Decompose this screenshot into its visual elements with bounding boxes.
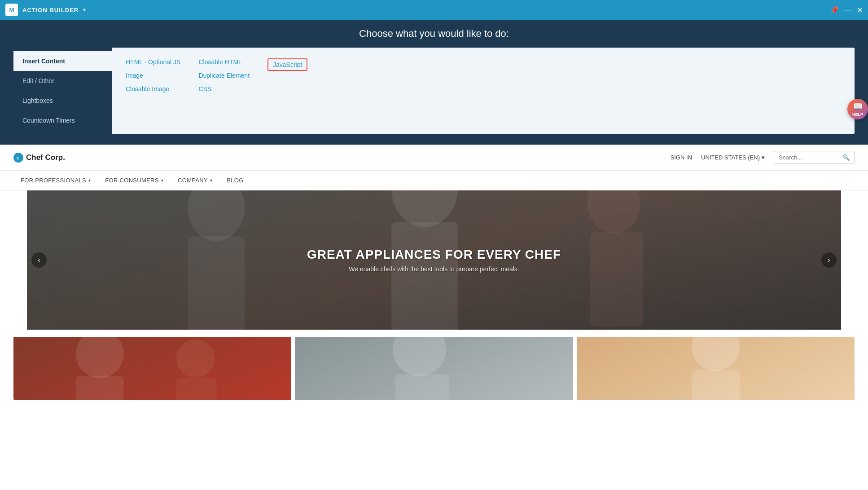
- nav-company[interactable]: COMPANY ▾: [171, 171, 219, 190]
- panel-sidebar: Insert Content Edit / Other Lightboxes C…: [13, 48, 112, 134]
- sidebar-item-edit-other[interactable]: Edit / Other: [13, 71, 112, 91]
- nav-blog[interactable]: BLOG: [219, 171, 250, 190]
- next-arrow-icon: ›: [828, 256, 830, 264]
- search-box[interactable]: 🔍: [774, 151, 855, 164]
- html-optional-js-link[interactable]: HTML - Optional JS: [126, 58, 180, 66]
- hero-title: GREAT APPLIANCES FOR EVERY CHEF: [307, 247, 561, 262]
- sign-in-link[interactable]: SIGN IN: [671, 154, 692, 161]
- help-button[interactable]: 📖 HELP: [847, 99, 868, 119]
- nav-for-consumers-label: FOR CONSUMERS: [105, 177, 158, 184]
- locale-text: UNITED STATES (EN): [701, 154, 760, 161]
- javascript-link[interactable]: JavaScript: [267, 58, 307, 71]
- close-icon[interactable]: ✕: [857, 6, 863, 14]
- top-bar: M ACTION BUILDER ▾ 📌 — ✕: [0, 0, 868, 20]
- panel-main: HTML - Optional JS Image Closable Image …: [112, 48, 855, 134]
- duplicate-element-link[interactable]: Duplicate Element: [198, 72, 250, 79]
- sidebar-item-lightboxes[interactable]: Lightboxes: [13, 91, 112, 110]
- website-preview: C Chef Corp. SIGN IN UNITED STATES (EN) …: [0, 145, 868, 407]
- panel-column-2: Closable HTML Duplicate Element CSS: [198, 58, 250, 123]
- pin-icon[interactable]: 📌: [830, 6, 839, 14]
- topbar-controls: 📌 — ✕: [830, 6, 863, 14]
- site-nav: FOR PROFESSIONALS ▾ FOR CONSUMERS ▾ COMP…: [0, 171, 868, 190]
- svg-rect-14: [176, 378, 217, 400]
- nav-for-professionals-chevron-icon: ▾: [88, 178, 91, 183]
- nav-for-professionals[interactable]: FOR PROFESSIONALS ▾: [13, 171, 98, 190]
- locale-selector[interactable]: UNITED STATES (EN) ▾: [701, 154, 765, 161]
- hero-subtitle: We enable chefs with the best tools to p…: [307, 265, 561, 273]
- app-logo: M: [5, 4, 18, 16]
- card-3[interactable]: [577, 337, 855, 400]
- logo-icon: C: [13, 153, 23, 163]
- panel-column-3: JavaScript: [267, 58, 307, 123]
- svg-rect-17: [396, 374, 450, 400]
- hero-wrapper: GREAT APPLIANCES FOR EVERY CHEF We enabl…: [0, 190, 868, 330]
- site-logo: C Chef Corp.: [13, 153, 65, 163]
- css-link[interactable]: CSS: [198, 85, 250, 93]
- prev-arrow-icon: ‹: [38, 256, 40, 264]
- hero-prev-button[interactable]: ‹: [31, 252, 47, 268]
- hero-next-button[interactable]: ›: [821, 252, 837, 268]
- svg-text:C: C: [17, 156, 20, 160]
- nav-company-chevron-icon: ▾: [210, 178, 212, 183]
- hero-section: GREAT APPLIANCES FOR EVERY CHEF We enabl…: [27, 190, 841, 330]
- svg-rect-12: [76, 376, 124, 400]
- closable-html-link[interactable]: Closable HTML: [198, 58, 250, 66]
- svg-rect-20: [692, 370, 740, 400]
- topbar-chevron-icon[interactable]: ▾: [83, 7, 86, 13]
- nav-company-label: COMPANY: [178, 177, 208, 184]
- app-title: ACTION BUILDER: [22, 7, 79, 13]
- sidebar-item-countdown-timers[interactable]: Countdown Timers: [13, 110, 112, 130]
- search-icon: 🔍: [842, 154, 850, 161]
- nav-for-professionals-label: FOR PROFESSIONALS: [21, 177, 86, 184]
- svg-point-13: [176, 340, 215, 378]
- help-label: HELP: [852, 112, 863, 117]
- nav-blog-label: BLOG: [227, 177, 243, 184]
- panel-content: Insert Content Edit / Other Lightboxes C…: [13, 48, 855, 134]
- locale-chevron-icon: ▾: [762, 154, 765, 161]
- sidebar-item-insert-content[interactable]: Insert Content: [13, 51, 112, 71]
- panel-title: Choose what you would like to do:: [13, 28, 855, 40]
- minimize-icon[interactable]: —: [844, 6, 851, 14]
- site-logo-text: Chef Corp.: [26, 153, 65, 162]
- card-2[interactable]: [295, 337, 573, 400]
- hero-overlay: GREAT APPLIANCES FOR EVERY CHEF We enabl…: [307, 247, 561, 273]
- card-1[interactable]: [13, 337, 291, 400]
- closable-image-link[interactable]: Closable Image: [126, 85, 180, 93]
- site-header: C Chef Corp. SIGN IN UNITED STATES (EN) …: [0, 145, 868, 171]
- cards-section: [13, 330, 855, 407]
- search-input[interactable]: [779, 154, 840, 161]
- svg-rect-10: [13, 337, 291, 400]
- image-link[interactable]: Image: [126, 72, 180, 79]
- panel-column-1: HTML - Optional JS Image Closable Image: [126, 58, 180, 123]
- site-header-right: SIGN IN UNITED STATES (EN) ▾ 🔍: [671, 151, 855, 164]
- nav-for-consumers[interactable]: FOR CONSUMERS ▾: [98, 171, 171, 190]
- nav-for-consumers-chevron-icon: ▾: [161, 178, 163, 183]
- action-panel: Choose what you would like to do: Insert…: [0, 20, 868, 145]
